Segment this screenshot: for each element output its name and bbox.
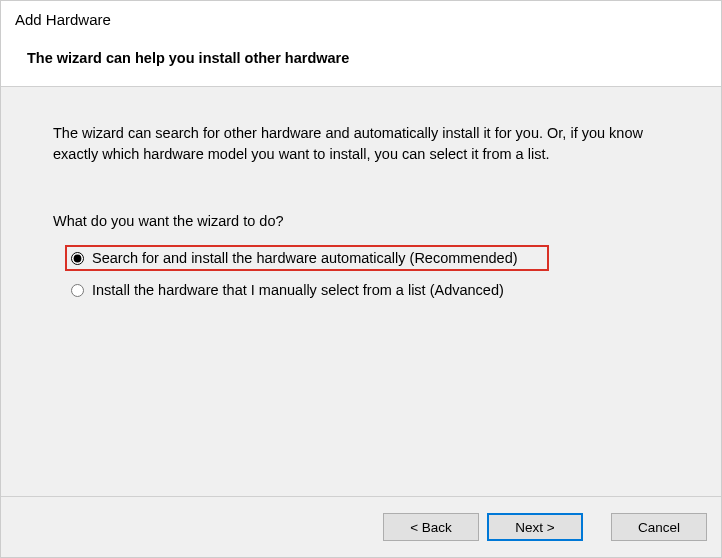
wizard-footer: < Back Next > Cancel <box>1 497 721 557</box>
radio-auto-search[interactable] <box>71 252 84 265</box>
cancel-button[interactable]: Cancel <box>611 513 707 541</box>
back-button[interactable]: < Back <box>383 513 479 541</box>
wizard-content: The wizard can search for other hardware… <box>1 87 721 497</box>
option-auto-search[interactable]: Search for and install the hardware auto… <box>65 245 549 271</box>
option-manual-select-label: Install the hardware that I manually sel… <box>92 282 504 298</box>
window-title: Add Hardware <box>15 11 707 28</box>
wizard-subtitle: The wizard can help you install other ha… <box>15 50 707 66</box>
wizard-header: Add Hardware The wizard can help you ins… <box>1 1 721 87</box>
question-text: What do you want the wizard to do? <box>53 213 669 229</box>
option-manual-select[interactable]: Install the hardware that I manually sel… <box>65 277 669 303</box>
next-button[interactable]: Next > <box>487 513 583 541</box>
option-auto-search-label: Search for and install the hardware auto… <box>92 250 518 266</box>
radio-manual-select[interactable] <box>71 284 84 297</box>
button-spacer <box>591 513 603 541</box>
description-text: The wizard can search for other hardware… <box>53 123 669 165</box>
